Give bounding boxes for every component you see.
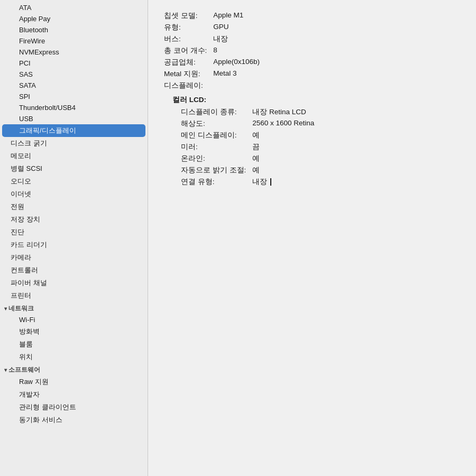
online-label: 온라인: [181, 153, 246, 164]
sidebar-item-wifi[interactable]: Wi-Fi [0, 314, 148, 325]
sidebar-item-camera[interactable]: 카메라 [0, 251, 148, 264]
sidebar-item-raw-support[interactable]: Raw 지원 [0, 376, 148, 388]
total-cores-value: 8 [213, 45, 460, 56]
sidebar-item-sata[interactable]: SATA [0, 80, 148, 91]
sidebar-item-nvmexpress[interactable]: NVMExpress [0, 47, 148, 58]
chipset-label: 칩셋 모델: [164, 11, 207, 21]
sidebar-item-bluetooth-net[interactable]: 블룸 [0, 338, 148, 351]
display-section-label: 디스플레이: [164, 80, 207, 91]
network-chevron-icon: ▾ [4, 306, 7, 312]
software-chevron-icon: ▾ [4, 367, 7, 373]
type-value: GPU [213, 22, 460, 33]
vendor-label: 공급업체: [164, 57, 207, 68]
sidebar-item-location[interactable]: 위치 [0, 351, 148, 363]
sidebar-item-firewire[interactable]: FireWire [0, 35, 148, 47]
metal-support-value: Metal 3 [213, 69, 460, 79]
network-group-label[interactable]: ▾ 네트워크 [0, 302, 148, 314]
resolution-label: 해상도: [181, 118, 246, 129]
sidebar-item-usb[interactable]: USB [0, 113, 148, 124]
bus-label: 버스: [164, 34, 207, 44]
sidebar-item-card-reader[interactable]: 카드 리더기 [0, 239, 148, 251]
sidebar-item-sync-services[interactable]: 동기화 서비스 [0, 414, 148, 426]
sidebar-item-ata[interactable]: ATA [0, 2, 148, 13]
sidebar-item-memory[interactable]: 메모리 [0, 150, 148, 162]
sidebar-item-thunderbolt[interactable]: Thunderbolt/USB4 [0, 102, 148, 113]
main-display-value: 예 [252, 130, 460, 141]
color-lcd-header: 컬러 LCD: [172, 95, 460, 105]
sidebar-item-storage[interactable]: 저장 장치 [0, 213, 148, 226]
chipset-value: Apple M1 [213, 11, 460, 21]
online-value: 예 [252, 153, 460, 164]
sidebar-item-power[interactable]: 전원 [0, 200, 148, 213]
sidebar-item-parallel-scsi[interactable]: 병렬 SCSI [0, 162, 148, 175]
main-content: 칩셋 모델: Apple M1 유형: GPU 버스: 내장 총 코어 개수: … [148, 0, 476, 476]
display-type-value: 내장 Retina LCD [252, 107, 460, 117]
type-label: 유형: [164, 22, 207, 33]
sub-info-table: 디스플레이 종류: 내장 Retina LCD 해상도: 2560 x 1600… [181, 107, 460, 187]
sidebar-item-apple-pay[interactable]: Apple Pay [0, 13, 148, 24]
info-table: 칩셋 모델: Apple M1 유형: GPU 버스: 내장 총 코어 개수: … [164, 11, 460, 91]
display-type-label: 디스플레이 종류: [181, 107, 246, 117]
total-cores-label: 총 코어 개수: [164, 45, 207, 56]
vendor-value: Apple(0x106b) [213, 57, 460, 68]
main-display-label: 메인 디스플레이: [181, 130, 246, 141]
sidebar-item-printer[interactable]: 프린터 [0, 289, 148, 302]
sidebar-item-sas[interactable]: SAS [0, 69, 148, 80]
sidebar-item-controller[interactable]: 컨트롤러 [0, 264, 148, 277]
bus-value: 내장 [213, 34, 460, 44]
text-cursor [270, 178, 271, 186]
software-group-label[interactable]: ▾ 소프트웨어 [0, 363, 148, 376]
sidebar-item-pci[interactable]: PCI [0, 58, 148, 69]
sidebar-item-disk-size[interactable]: 디스크 굵기 [0, 137, 148, 150]
mirror-value: 끔 [252, 142, 460, 152]
sidebar-item-spi[interactable]: SPI [0, 91, 148, 102]
sidebar-item-diagnostics[interactable]: 진단 [0, 226, 148, 239]
metal-support-label: Metal 지원: [164, 69, 207, 79]
sidebar-item-developer[interactable]: 개발자 [0, 388, 148, 401]
sidebar: ATA Apple Pay Bluetooth FireWire NVMExpr… [0, 0, 148, 476]
sidebar-item-graphics[interactable]: 그래픽/디스플레이 [2, 124, 145, 137]
sidebar-item-firewall[interactable]: 방화벽 [0, 325, 148, 338]
sidebar-item-ethernet[interactable]: 이더넷 [0, 188, 148, 200]
auto-brightness-label: 자동으로 밝기 조절: [181, 165, 246, 176]
connection-type-label: 연결 유형: [181, 177, 246, 187]
resolution-value: 2560 x 1600 Retina [252, 118, 460, 129]
sidebar-item-bluetooth[interactable]: Bluetooth [0, 24, 148, 35]
mirror-label: 미러: [181, 142, 246, 152]
display-section-value [213, 80, 460, 91]
auto-brightness-value: 예 [252, 165, 460, 176]
sidebar-item-managed-client[interactable]: 관리형 클라이언트 [0, 401, 148, 414]
connection-type-value: 내장 [252, 177, 460, 187]
sidebar-item-audio[interactable]: 오디오 [0, 175, 148, 188]
sidebar-item-fiber-channel[interactable]: 파이버 채널 [0, 277, 148, 289]
